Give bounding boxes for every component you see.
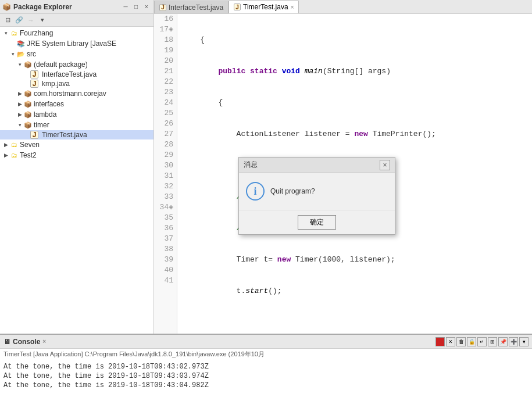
dialog-overlay: 消息 × i Quit program? 确定 bbox=[0, 0, 532, 415]
dialog-info-icon: i bbox=[246, 182, 265, 201]
dialog-buttons: 确定 bbox=[239, 210, 395, 234]
dialog-ok-btn[interactable]: 确定 bbox=[298, 215, 336, 230]
dialog-body: i Quit program? bbox=[239, 173, 395, 210]
dialog-message-text: Quit program? bbox=[270, 187, 315, 195]
message-dialog: 消息 × i Quit program? 确定 bbox=[238, 157, 395, 235]
dialog-titlebar: 消息 × bbox=[239, 158, 395, 173]
dialog-close-btn[interactable]: × bbox=[380, 160, 390, 170]
dialog-title-text: 消息 bbox=[244, 160, 258, 170]
